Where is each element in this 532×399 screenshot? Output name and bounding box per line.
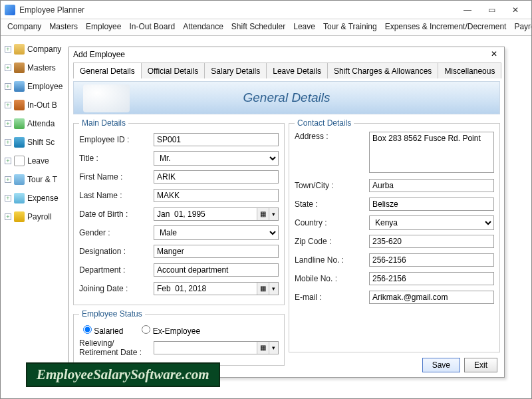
tree-label: Shift Sc (27, 138, 55, 147)
menu-company[interactable]: Company (7, 22, 41, 31)
expand-icon[interactable]: + (5, 65, 11, 71)
tree-attendance[interactable]: +Attenda (5, 114, 67, 133)
menu-leave[interactable]: Leave (293, 22, 315, 31)
titlebar: Employee Planner — ▭ ✕ (1, 1, 531, 19)
tree-inout[interactable]: +In-Out B (5, 96, 67, 114)
last-name-field[interactable] (154, 189, 279, 202)
employee-status-legend: Employee Status (79, 309, 145, 319)
dialog-tabs: General Details Official Details Salary … (73, 62, 500, 78)
zip-field[interactable] (369, 235, 494, 248)
expand-icon[interactable]: + (5, 102, 11, 108)
menu-tour[interactable]: Tour & Training (323, 22, 377, 31)
tab-general[interactable]: General Details (73, 63, 142, 78)
email-field[interactable] (369, 291, 494, 304)
label-town: Town/City : (295, 181, 369, 190)
calendar-icon[interactable]: ▦ (257, 283, 269, 295)
tree-label: Expense (27, 194, 59, 203)
tree-leave[interactable]: +Leave (5, 152, 67, 170)
contact-details-group: Contact Details Address : Town/City : St… (289, 118, 500, 352)
tree-expense[interactable]: +Expense (5, 189, 67, 207)
expense-icon (14, 193, 25, 203)
title-select[interactable]: Mr. (154, 151, 279, 166)
tree-shift[interactable]: +Shift Sc (5, 133, 67, 152)
label-department: Department : (79, 265, 154, 275)
label-email: E-mail : (295, 293, 369, 302)
calendar-icon[interactable]: ▦ (257, 342, 269, 354)
masters-icon (14, 63, 25, 73)
town-field[interactable] (369, 179, 494, 192)
salaried-radio[interactable]: Salaried (83, 325, 123, 336)
expand-icon[interactable]: + (5, 139, 11, 146)
label-mobile: Mobile No. : (295, 274, 369, 283)
expand-icon[interactable]: + (5, 120, 11, 127)
tab-misc[interactable]: Miscellaneous (438, 63, 501, 78)
employee-status-group: Employee Status Salaried Ex-Employee Rel… (73, 309, 285, 366)
relieving-date-field[interactable] (154, 342, 257, 354)
joining-date-field[interactable] (154, 283, 257, 295)
expand-icon[interactable]: + (5, 158, 11, 164)
address-field[interactable] (369, 132, 494, 173)
menu-employee[interactable]: Employee (86, 22, 121, 31)
expand-icon[interactable]: + (5, 176, 11, 183)
label-title: Title : (79, 154, 154, 163)
maximize-button[interactable]: ▭ (479, 3, 503, 17)
watermark: EmployeeSalarySoftware.com (26, 362, 220, 387)
label-address: Address : (295, 132, 369, 141)
tree-label: Masters (27, 63, 56, 72)
dropdown-icon[interactable]: ▾ (269, 283, 278, 295)
tree-label: Employee (27, 82, 63, 91)
tab-shift-charges[interactable]: Shift Charges & Allowances (327, 63, 438, 78)
save-button[interactable]: Save (422, 358, 460, 372)
gender-select[interactable]: Male (154, 225, 279, 240)
inout-icon (14, 100, 25, 110)
calendar-icon[interactable]: ▦ (257, 208, 269, 220)
exit-button[interactable]: Exit (464, 358, 497, 372)
country-select[interactable]: Kenya (369, 215, 494, 230)
banner: General Details (73, 81, 500, 114)
tree-label: In-Out B (27, 100, 57, 110)
expand-icon[interactable]: + (5, 213, 11, 220)
dialog-title: Add Employee (73, 50, 125, 59)
minimize-button[interactable]: — (456, 3, 479, 17)
department-field[interactable] (154, 263, 279, 277)
app-icon (5, 5, 15, 15)
dialog-close-button[interactable]: ✕ (488, 49, 500, 60)
tab-salary[interactable]: Salary Details (204, 63, 267, 78)
tree-payroll[interactable]: +Payroll (5, 207, 67, 226)
ex-employee-radio[interactable]: Ex-Employee (142, 325, 200, 336)
tree-company[interactable]: +Company (5, 40, 67, 59)
label-gender: Gender : (79, 228, 154, 237)
expand-icon[interactable]: + (5, 83, 11, 90)
label-last-name: Last Name : (79, 191, 154, 200)
designation-field[interactable] (154, 245, 279, 258)
menu-attendance[interactable]: Attendance (183, 22, 223, 31)
tree-label: Leave (27, 156, 49, 166)
state-field[interactable] (369, 198, 494, 211)
tree-employee[interactable]: +Employee (5, 77, 67, 96)
menu-masters[interactable]: Masters (49, 22, 78, 31)
tab-official[interactable]: Official Details (141, 63, 205, 78)
close-button[interactable]: ✕ (503, 3, 527, 17)
tree-label: Tour & T (27, 175, 57, 184)
attendance-icon (14, 118, 25, 129)
label-country: Country : (295, 218, 369, 227)
first-name-field[interactable] (154, 170, 279, 184)
dropdown-icon[interactable]: ▾ (269, 342, 278, 354)
menu-shift[interactable]: Shift Scheduler (231, 22, 285, 31)
dob-field[interactable] (154, 208, 257, 220)
landline-field[interactable] (369, 253, 494, 267)
menu-inout[interactable]: In-Out Board (129, 22, 175, 31)
tree-label: Payroll (27, 212, 52, 221)
main-details-legend: Main Details (79, 118, 128, 128)
tree-masters[interactable]: +Masters (5, 59, 67, 77)
mobile-field[interactable] (369, 272, 494, 285)
tab-leave[interactable]: Leave Details (266, 63, 328, 78)
expand-icon[interactable]: + (5, 46, 11, 53)
menu-expenses[interactable]: Expenses & Increment/Decrement (385, 22, 507, 31)
tree-tour[interactable]: +Tour & T (5, 170, 67, 189)
dropdown-icon[interactable]: ▾ (269, 208, 278, 220)
menu-payroll[interactable]: Payroll (514, 22, 532, 31)
employee-id-field[interactable] (154, 133, 279, 146)
expand-icon[interactable]: + (5, 195, 11, 201)
label-state: State : (295, 200, 369, 209)
